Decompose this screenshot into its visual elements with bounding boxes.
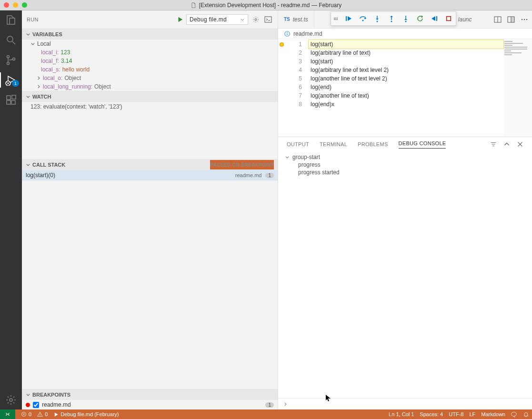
status-indent[interactable]: Spaces: 4 [417, 411, 446, 417]
compare-icon[interactable] [494, 16, 502, 23]
panel-tab-debugconsole[interactable]: DEBUG CONSOLE [399, 140, 446, 149]
breakpoint-checkbox[interactable] [33, 402, 39, 408]
breakpoints-section-header[interactable]: BREAKPOINTS [22, 389, 278, 400]
close-panel-icon[interactable] [517, 141, 523, 148]
status-warnings[interactable]: 0 [34, 411, 50, 417]
code-editor[interactable]: 1234 5678 log(start) log(arbitrary line … [278, 39, 532, 137]
status-feedback-icon[interactable] [508, 411, 520, 418]
chevron-right-icon [283, 402, 288, 407]
svg-point-27 [526, 19, 527, 20]
variables-section-header[interactable]: VARIABLES [22, 29, 278, 40]
code-line[interactable]: log(another line of text) [309, 91, 503, 100]
console-line[interactable]: progress [285, 161, 525, 169]
variables-scope[interactable]: Local [22, 40, 278, 48]
tab-label: test.ts [293, 16, 308, 23]
file-icon [191, 2, 196, 8]
start-debug-icon[interactable] [177, 16, 183, 23]
callstack-section-header[interactable]: CALL STACK PAUSED ON BREAKPOINT [22, 160, 278, 170]
continue-icon[interactable] [344, 14, 353, 23]
variable-row[interactable]: local_s: hello world [22, 65, 278, 74]
code-line[interactable]: log(arbitrary line of text) [309, 49, 503, 57]
breakpoint-dot-icon [26, 403, 30, 407]
panel-tab-problems[interactable]: PROBLEMS [358, 141, 388, 147]
minimap[interactable] [503, 39, 532, 137]
svg-point-0 [7, 36, 13, 42]
debug-config-select[interactable]: Debug file.md [186, 14, 248, 25]
svg-point-26 [524, 19, 525, 20]
status-errors[interactable]: 0 [18, 411, 34, 417]
panel-tab-output[interactable]: OUTPUT [287, 141, 309, 147]
stop-icon[interactable] [444, 14, 453, 23]
status-eol[interactable]: LF [466, 411, 478, 417]
watch-section-header[interactable]: WATCH [22, 91, 278, 102]
console-line[interactable]: group-start [285, 153, 525, 161]
variable-row[interactable]: local_i: 123 [22, 48, 278, 57]
tab-test[interactable]: TS test.ts [278, 10, 314, 28]
search-icon[interactable] [0, 34, 22, 46]
code-line[interactable]: log(start) [309, 40, 503, 49]
status-cursor-pos[interactable]: Ln 1, Col 1 [386, 411, 417, 417]
status-bell-icon[interactable] [520, 411, 532, 418]
status-encoding[interactable]: UTF-8 [446, 411, 466, 417]
breakpoint-count: 1 [265, 402, 274, 408]
filter-icon[interactable] [490, 141, 497, 148]
variable-row[interactable]: local_o: Object [22, 74, 278, 82]
debug-console-toggle-icon[interactable] [263, 15, 273, 24]
breakpoint-label: readme.md [42, 401, 71, 408]
mouse-pointer-icon [326, 395, 331, 402]
explorer-icon[interactable] [0, 14, 22, 26]
settings-gear-icon[interactable] [0, 394, 22, 406]
breadcrumb[interactable]: readme.md [278, 29, 532, 39]
variable-row[interactable]: local_long_running: Object [22, 82, 278, 91]
svg-rect-13 [346, 16, 347, 21]
code-line[interactable]: log(end) [309, 83, 503, 91]
panel-tab-terminal[interactable]: TERMINAL [320, 141, 347, 147]
window-controls[interactable] [4, 2, 27, 8]
zoom-window-icon[interactable] [22, 2, 27, 8]
stack-frame[interactable]: log(start)(0) readme.md 1 [22, 170, 278, 180]
step-over-icon[interactable] [359, 14, 367, 23]
frame-label: log(start)(0) [26, 172, 55, 179]
svg-rect-6 [7, 96, 10, 100]
status-language[interactable]: Markdown [478, 411, 508, 417]
step-back-icon[interactable] [402, 14, 410, 23]
chevron-down-icon [26, 94, 30, 99]
svg-line-1 [12, 41, 15, 44]
activity-bar: 1 [0, 10, 22, 409]
split-editor-icon[interactable] [507, 16, 515, 23]
minimize-window-icon[interactable] [13, 2, 18, 8]
info-icon [284, 30, 291, 37]
debug-console-input[interactable] [278, 398, 532, 409]
chevron-down-icon [26, 162, 30, 167]
collapse-panel-icon[interactable] [503, 141, 510, 148]
side-title: RUN [27, 17, 39, 22]
svg-point-3 [7, 62, 10, 65]
debug-toolbar[interactable] [331, 11, 456, 26]
run-debug-icon[interactable]: 1 [0, 74, 22, 86]
debug-config-label: Debug file.md [190, 16, 227, 23]
grip-icon[interactable] [334, 18, 339, 20]
more-icon[interactable] [521, 16, 528, 23]
svg-point-15 [377, 21, 378, 22]
breakpoint-row[interactable]: readme.md 1 [22, 400, 278, 409]
reverse-icon[interactable] [430, 14, 439, 23]
line-numbers: 1234 5678 [285, 39, 309, 137]
breakpoints-title: BREAKPOINTS [32, 392, 70, 398]
frame-file: readme.md [235, 172, 262, 178]
step-out-icon[interactable] [387, 14, 396, 23]
console-line[interactable]: progress started [285, 169, 525, 176]
extensions-icon[interactable] [0, 94, 22, 106]
code-line[interactable]: log(start) [309, 57, 503, 66]
variable-row[interactable]: local_f: 3.14 [22, 57, 278, 65]
source-control-icon[interactable] [0, 54, 22, 66]
status-debug[interactable]: Debug file.md (February) [50, 411, 121, 417]
restart-icon[interactable] [416, 14, 424, 23]
code-line[interactable]: log(end)x [309, 100, 503, 109]
close-window-icon[interactable] [4, 2, 9, 8]
debug-settings-gear-icon[interactable] [251, 15, 261, 24]
watch-expression[interactable]: 123: evaluate(context: 'watch', '123') [22, 102, 278, 111]
remote-indicator[interactable] [0, 409, 15, 419]
code-line[interactable]: log(another line of text level 2) [309, 74, 503, 83]
code-line[interactable]: log(arbitrary line of text level 2) [309, 66, 503, 74]
step-into-icon[interactable] [373, 14, 381, 23]
